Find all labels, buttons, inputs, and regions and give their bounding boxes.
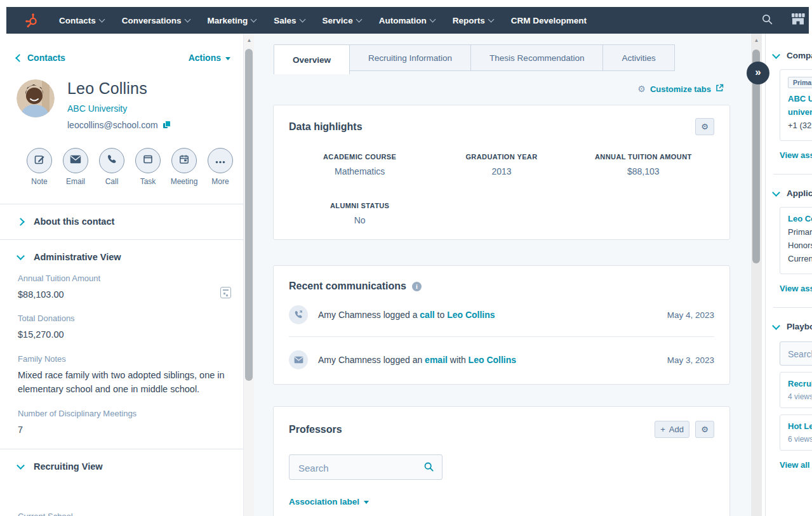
data-highlights-settings-button[interactable]: ⚙ [695,118,714,135]
company-name-link[interactable]: ABC University [788,94,812,103]
customize-tabs-link[interactable]: ⚙ Customize tabs [254,83,724,95]
email-icon [289,350,308,369]
main-scrollbar[interactable]: ▲ [751,34,762,516]
email-link[interactable]: email [425,355,448,365]
divider [289,336,714,337]
search-icon[interactable] [423,461,434,475]
chevron-down-icon [251,17,257,23]
double-chevron-right-icon: » [755,66,761,79]
caret-down-icon [364,501,369,504]
application-name-link[interactable]: Leo Collins [788,214,812,223]
nav-item-service[interactable]: Service [323,16,361,25]
application-card: Leo Collins Primary Honors Current [780,207,812,274]
task-icon [143,154,153,167]
nav-item-sales[interactable]: Sales [274,16,304,25]
email-icon [70,155,81,166]
chevron-down-icon [772,51,780,59]
section-recruiting-view[interactable]: Recruiting View [17,449,230,483]
nav-item-conversations[interactable]: Conversations [122,16,190,25]
contact-link[interactable]: Leo Collins [469,355,516,365]
company-card: Primary ABC University university.com +1… [780,69,812,141]
tab-thesis-recommendation[interactable]: Thesis Recommendation [470,44,603,71]
professors-search-input[interactable] [297,456,420,480]
contact-link[interactable]: Leo Collins [447,310,495,320]
view-all-playbooks-link[interactable]: View all playbooks [780,460,812,470]
sidebar-scrollbar[interactable]: ▲ [243,34,254,516]
communication-row[interactable]: Amy Chamness logged an email with Leo Co… [289,350,714,369]
view-associated-applications-link[interactable]: View associated applications [780,284,812,293]
nav-item-automation[interactable]: Automation [379,16,435,25]
playbook-card[interactable]: Hot Lead 6 views [780,414,812,451]
contact-company-link[interactable]: ABC University [67,103,170,114]
call-button[interactable]: Call [99,148,124,186]
section-administrative-view[interactable]: Administrative View [17,240,230,274]
section-applications[interactable]: Applications [773,189,812,198]
contact-name: Leo Collins [67,79,170,98]
field-family-notes: Family Notes Mixed race family with two … [18,354,230,397]
professors-settings-button[interactable]: ⚙ [695,421,714,438]
meeting-button[interactable]: Meeting [171,148,197,186]
actions-dropdown[interactable]: Actions [189,53,230,63]
section-companies[interactable]: Companies [773,51,812,60]
section-about-this-contact[interactable]: About this contact [17,204,230,238]
tab-recruiting-information[interactable]: Recruiting Information [349,44,471,71]
divider [773,307,812,308]
playbook-name-link[interactable]: Hot Lead [788,421,812,431]
scroll-up-arrow-icon[interactable]: ▲ [244,37,255,43]
back-to-contacts-link[interactable]: Contacts [17,53,65,63]
email-button[interactable]: Email [63,148,88,186]
scroll-up-arrow-icon[interactable]: ▲ [751,37,762,43]
view-associated-companies-link[interactable]: View associated companies [780,150,812,160]
caret-down-icon [225,57,230,60]
call-link[interactable]: call [420,310,434,320]
copy-icon[interactable] [163,121,170,129]
scrollbar-thumb[interactable] [245,49,253,381]
tab-activities[interactable]: Activities [602,44,674,71]
field-total-donations: Total Donations $15,270.00 [18,314,230,341]
app-frame: Contacts Conversations Marketing Sales S… [0,0,812,516]
playbook-views: 6 views [788,435,812,444]
nav-item-contacts[interactable]: Contacts [59,16,104,25]
professors-card: Professors + Add ⚙ Associati [273,406,730,516]
nav-item-crm-development[interactable]: CRM Development [511,16,587,25]
calculated-property-icon[interactable] [220,287,231,298]
record-tabs: Overview Recruiting Information Thesis R… [274,44,751,74]
more-button[interactable]: More [208,148,233,186]
playbooks-search-input[interactable] [787,343,812,366]
note-button[interactable]: Note [27,148,52,186]
field-current-school-label: Current School [18,512,73,516]
chevron-down-icon [17,461,25,470]
add-professor-button[interactable]: + Add [655,421,689,438]
chevron-down-icon [98,17,105,23]
gear-icon: ⚙ [701,122,709,131]
top-navbar: Contacts Conversations Marketing Sales S… [6,7,809,34]
info-icon[interactable]: i [412,282,422,291]
chevron-down-icon [356,17,362,23]
field-disciplinary-meetings: Number of Disciplinary Meetings 7 [18,409,230,437]
main-panel: Overview Recruiting Information Thesis R… [254,34,751,516]
gear-icon: ⚙ [701,425,709,434]
highlight-annual-tuition: ANNUAL TUITION AMOUNT $88,103 [573,153,714,176]
nav-item-reports[interactable]: Reports [453,16,493,25]
search-icon[interactable] [761,13,773,28]
task-button[interactable]: Task [135,148,161,186]
note-icon [34,154,45,168]
quick-actions: Note Email Call [27,148,230,186]
nav-item-marketing[interactable]: Marketing [208,16,256,25]
chevron-right-icon [17,218,25,226]
association-label-dropdown[interactable]: Association label [289,497,714,506]
playbook-name-link[interactable]: Recruiting [788,379,812,388]
chevron-down-icon [429,17,436,23]
hubspot-logo-icon[interactable] [24,13,40,29]
company-domain-link[interactable]: university.com [788,107,812,117]
collapse-right-panel-button[interactable]: » [747,62,769,84]
playbook-views: 4 views [788,392,812,401]
marketplace-icon[interactable] [791,13,805,28]
section-playbooks[interactable]: Playbooks [773,322,812,331]
playbook-card[interactable]: Recruiting 4 views [780,372,812,408]
external-link-icon [715,83,724,95]
tab-overview[interactable]: Overview [274,44,350,74]
gear-icon: ⚙ [637,84,646,94]
chevron-down-icon [488,17,494,23]
communication-row[interactable]: Amy Chamness logged a call to Leo Collin… [289,305,714,324]
